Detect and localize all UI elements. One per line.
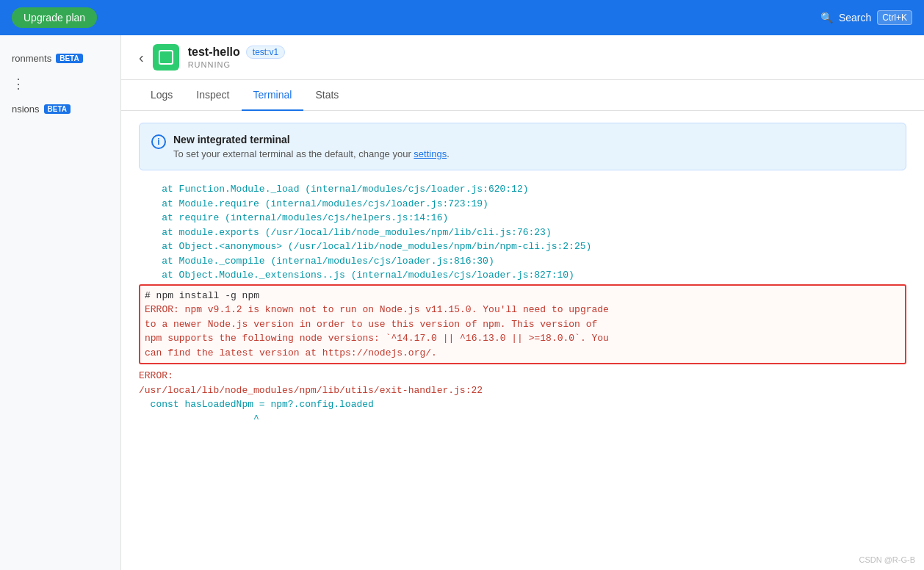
main-content: ‹ test-hello test:v1 RUNNING Logs Inspec… [121,35,924,570]
info-desc-suffix: . [447,148,450,159]
term-line: at require (internal/modules/cjs/helpers… [139,211,906,226]
sidebar-extensions: nsions BETA [0,98,120,120]
sidebar-environments: ronments BETA [0,47,120,70]
service-status: RUNNING [188,60,285,69]
settings-link[interactable]: settings [414,148,447,159]
term-line: at Object.Module._extensions..js (intern… [139,268,906,283]
info-title: New integrated terminal [173,134,450,145]
tab-inspect[interactable]: Inspect [184,80,241,111]
watermark: CSDN @R-G-B [859,555,915,564]
tab-logs[interactable]: Logs [139,80,184,111]
terminal-area[interactable]: at Function.Module._load (internal/modul… [121,182,924,570]
layout: ronments BETA ⋮ nsions BETA ‹ test-hello… [0,35,924,570]
after-line-1: /usr/local/lib/node_modules/npm/lib/util… [139,383,906,398]
info-banner: i New integrated terminal To set your ex… [139,123,906,170]
highlight-line-4: can find the latest version at https://n… [145,346,900,361]
service-name-row: test-hello test:v1 [188,46,285,59]
highlight-line-1: ERROR: npm v9.1.2 is known not to run on… [145,303,900,317]
sidebar: ronments BETA ⋮ nsions BETA [0,35,121,570]
terminal-highlight-block: # npm install -g npm ERROR: npm v9.1.2 i… [139,284,906,365]
terminal-pre-lines: at Function.Module._load (internal/modul… [139,182,906,283]
info-icon: i [151,134,166,149]
highlight-line-3: npm supports the following node versions… [145,331,900,346]
search-label: Search [839,12,871,24]
back-button[interactable]: ‹ [139,49,144,66]
after-line-2: const hasLoadedNpm = npm?.config.loaded [139,397,906,412]
service-name: test-hello [188,46,240,59]
term-line: at Function.Module._load (internal/modul… [139,182,906,197]
term-line: at module.exports (/usr/local/lib/node_m… [139,226,906,240]
terminal-after-lines: ERROR: /usr/local/lib/node_modules/npm/l… [139,369,906,426]
service-tag: test:v1 [246,46,285,59]
sidebar-ns-label: nsions [12,104,40,115]
search-shortcut: Ctrl+K [877,10,912,25]
info-desc-text: To set your external terminal as the def… [173,148,414,159]
service-header: ‹ test-hello test:v1 RUNNING [121,35,924,80]
service-icon-inner [159,50,173,65]
top-nav: Upgrade plan 🔍 Search Ctrl+K [0,0,924,35]
search-icon: 🔍 [820,12,833,24]
term-line: at Object.<anonymous> (/usr/local/lib/no… [139,239,906,254]
term-line: at Module.require (internal/modules/cjs/… [139,197,906,212]
info-banner-content: New integrated terminal To set your exte… [173,134,450,159]
ext-beta-badge: BETA [44,104,71,114]
after-line-3: ^ [139,412,906,427]
highlight-line-2: to a newer Node.js version in order to u… [145,317,900,332]
search-area[interactable]: 🔍 Search Ctrl+K [820,10,912,25]
env-beta-badge: BETA [56,54,82,63]
highlight-line-0: # npm install -g npm [145,289,900,303]
after-line-0: ERROR: [139,369,906,383]
tab-terminal[interactable]: Terminal [242,80,304,111]
service-icon [153,44,179,71]
upgrade-button[interactable]: Upgrade plan [12,7,97,28]
sidebar-env-label: ronments [12,53,51,64]
term-line: at Module._compile (internal/modules/cjs… [139,254,906,269]
service-info: test-hello test:v1 RUNNING [188,46,285,69]
info-desc: To set your external terminal as the def… [173,148,450,159]
sidebar-dots-menu[interactable]: ⋮ [0,70,120,98]
tab-stats[interactable]: Stats [303,80,350,111]
tabs-bar: Logs Inspect Terminal Stats [121,80,924,111]
